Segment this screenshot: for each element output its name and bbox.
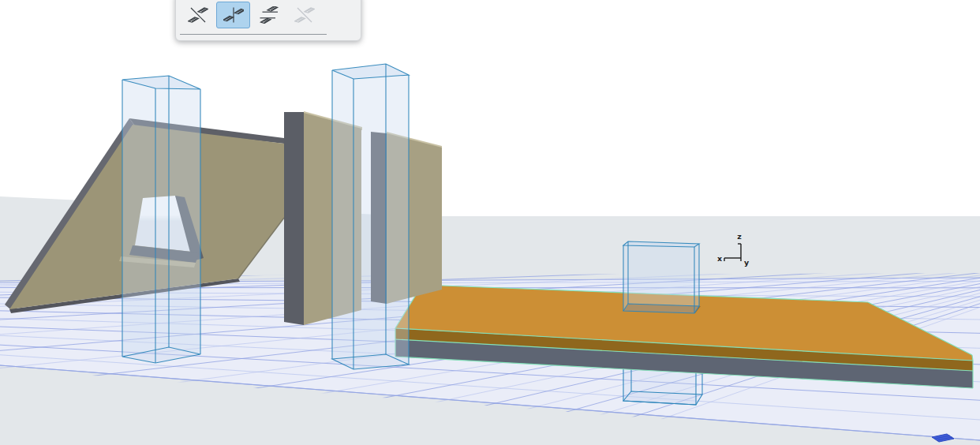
axis-label-y: y: [744, 258, 750, 267]
marquee-box-slab-upper[interactable]: [623, 241, 699, 313]
cad-3d-window: z x y: [0, 0, 980, 445]
toolbar-separator: [180, 34, 327, 35]
wall-ref-line-cross-disabled-button: [287, 2, 321, 28]
wall-ref-line-edges-button[interactable]: [252, 2, 286, 28]
marquee-box-left[interactable]: [122, 76, 200, 363]
wall-reference-line-edges-icon: [259, 6, 279, 24]
wall-reference-line-center-icon: [223, 6, 244, 24]
toolbar-button-row: [181, 2, 321, 28]
axis-label-z: z: [737, 232, 742, 241]
wall-ref-line-cross-button[interactable]: [181, 2, 215, 28]
wall-reference-line-cross-icon: [188, 6, 208, 24]
wall-reference-line-toolbar: [175, 0, 361, 41]
wall-reference-line-cross-disabled-icon: [294, 6, 315, 24]
wall-ref-line-center-button[interactable]: [216, 2, 250, 28]
3d-viewport[interactable]: z x y: [0, 0, 980, 445]
marquee-box-middle[interactable]: [332, 64, 409, 369]
axis-label-x: x: [717, 254, 722, 263]
